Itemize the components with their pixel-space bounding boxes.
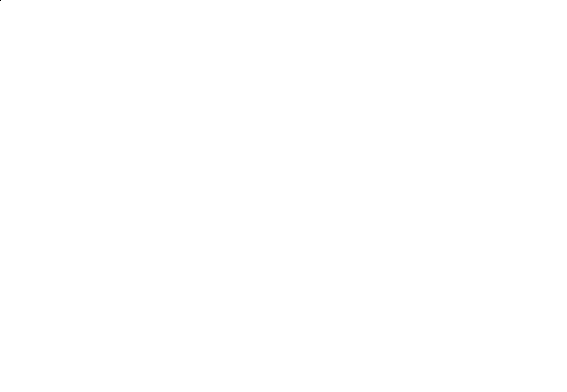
plot-border (0, 0, 1, 1)
chart-container (0, 0, 567, 392)
